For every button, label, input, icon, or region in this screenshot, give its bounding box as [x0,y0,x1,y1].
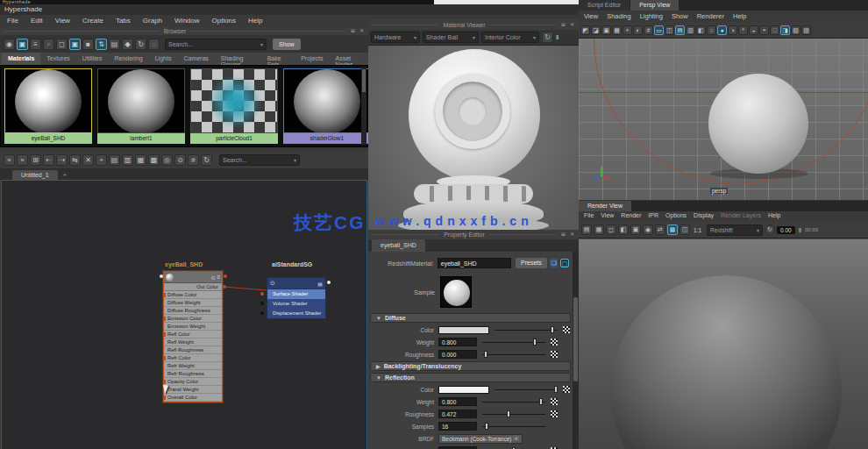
swatch-small-icon[interactable]: ▫ [43,39,54,50]
material-attr-diffuse-color[interactable]: Diffuse Color [164,291,222,299]
hypershade-titlebar[interactable]: Hypershade [0,4,579,15]
attr-port-dot[interactable] [260,311,264,315]
slider-handle[interactable] [485,423,488,430]
rearrange-icon[interactable]: + [96,154,107,166]
chevron-down-icon[interactable]: ▾ [513,436,519,441]
ao-icon[interactable]: ◓ [759,25,769,35]
material-attr-opacity-color[interactable]: Opacity Color [164,378,222,386]
material-attr-refl-color[interactable]: Refl Color [164,331,222,339]
sort-by-type-icon[interactable]: ▤ [109,39,120,50]
attr-port-dot[interactable] [164,364,165,367]
add-graph-tab-button[interactable]: + [63,171,68,180]
map-checker-icon[interactable] [563,386,570,393]
gate-mask-icon[interactable]: ▤ [675,25,685,35]
attr-slider[interactable] [494,385,558,394]
grease-pencil-icon[interactable]: ◐ [633,25,643,35]
safe-action-icon[interactable]: ◧ [696,25,706,35]
open-image-icon[interactable]: ▤ [581,224,592,235]
slider-handle[interactable] [551,326,554,333]
property-editor-scrollbar[interactable] [573,252,579,449]
refresh-icon[interactable]: ↻ [135,39,146,50]
render-menu-view[interactable]: View [601,212,614,221]
node-state-icon[interactable]: ⊙ [270,280,275,287]
browser-tab-cameras[interactable]: Cameras [177,53,214,65]
browser-tab-bake-sets[interactable]: Bake Sets [261,53,295,65]
exposure-value-badge[interactable]: 0.00 [777,226,795,234]
close-panel-icon[interactable]: ✕ [359,28,365,34]
chevron-down-icon[interactable]: ▾ [257,41,263,47]
collapse-arrow-icon[interactable]: ▼ [376,375,381,381]
node-editor-search-input[interactable]: Search... ▾ [219,154,300,166]
resolution-gate-icon[interactable]: ◫ [665,25,674,35]
scrollbar-thumb[interactable] [573,297,578,381]
keep-image-icon[interactable]: ⇄ [655,224,665,235]
chevron-down-icon[interactable]: ▾ [410,34,416,40]
material-attr-refr-weight[interactable]: Refr Weight [164,362,222,370]
render-renderer-dropdown[interactable]: Redshift ▾ [707,224,763,236]
lights-icon[interactable]: * [738,25,748,35]
alpha-channel-icon[interactable]: ◫ [679,224,690,235]
render-menu-render-layers[interactable]: Render Layers [721,212,761,221]
wireframe-icon[interactable]: ○ [707,25,716,35]
browser-panel-header[interactable]: Browser ⊞ ✕ [0,27,368,35]
material-attr-transl-weight[interactable]: Transl Weight [164,386,222,394]
viewer-pause-button[interactable]: ‖ [556,33,559,41]
menu-create[interactable]: Create [82,17,103,25]
material-viewer-panel-header[interactable]: Material Viewer ⊞ ✕ [368,19,579,30]
material-attr-refr-color[interactable]: Refr Color [164,354,222,362]
material-attr-refl-roughness[interactable]: Refl Roughness [164,346,222,354]
xray-icon[interactable]: ▧ [791,25,800,35]
bookmark-icon[interactable]: ⊞ [30,154,41,166]
swatch-shaderGlow1[interactable]: shaderGlow1 [283,68,371,144]
browser-tab-shading-groups[interactable]: Shading Groups [215,53,261,65]
graph-downstream-icon[interactable]: ⇢ [56,154,68,166]
close-panel-icon[interactable]: ✕ [569,232,575,238]
tab-persp-view[interactable]: Persp View [630,0,679,11]
map-checker-icon[interactable] [551,410,558,417]
render-view-image[interactable] [579,239,868,449]
float-panel-icon[interactable]: ⊞ [560,22,566,28]
attr-slider[interactable] [482,410,545,418]
material-attr-refr-roughness[interactable]: Refr Roughness [164,370,222,378]
attr-value-field[interactable]: 16 [438,422,477,431]
attr-slider[interactable] [494,325,558,334]
node-state-icon[interactable]: ⊙ [210,274,215,281]
sg-node-output-dot[interactable] [327,281,331,284]
graph-both-icon[interactable]: ⇆ [69,154,81,166]
material-attr-diffuse-weight[interactable]: Diffuse Weight [164,299,222,307]
list-view-icon[interactable]: ≡ [30,39,41,50]
section-header-reflection[interactable]: ▼Reflection [370,373,571,382]
menu-help[interactable]: Help [248,17,262,25]
attr-dropdown[interactable]: Beckmann (Cook-Torrance)▾ [438,434,523,444]
material-node-out-color-port[interactable]: Out Color [164,283,222,291]
node-menu-icon[interactable]: ≡ [217,274,220,281]
attr-slider[interactable] [482,397,545,406]
shading-group-node[interactable]: ⊙ ▤ Surface ShaderVolume ShaderDisplacem… [267,277,326,319]
swatch-eyeBall_SHD[interactable]: eyeBall_SHD [4,68,92,144]
sample-swatch[interactable] [440,276,472,308]
refresh-swatches-icon[interactable]: ◉ [4,39,15,50]
open-editor-icon[interactable]: ▢ [560,259,569,267]
attr-port-dot[interactable] [164,324,165,328]
attr-port-dot[interactable] [164,301,165,304]
material-node-output-dot[interactable] [224,274,227,278]
render-menu-options[interactable]: Options [665,212,687,221]
rgba-channels-icon[interactable]: ▩ [667,224,678,235]
slider-handle[interactable] [484,351,487,358]
swatch-particleCloud1[interactable]: particleCloud1 [190,68,278,144]
menu-edit[interactable]: Edit [31,17,43,25]
snapshot-icon[interactable]: ◉ [643,224,653,235]
scene-sphere[interactable] [708,74,808,174]
render-icon[interactable]: ◧ [618,224,629,235]
chevron-down-icon[interactable]: ▾ [530,34,536,40]
menu-graph[interactable]: Graph [143,17,162,25]
out-color-port-dot[interactable] [223,285,226,289]
chevron-down-icon[interactable]: ▾ [469,34,475,40]
expand-arrow-icon[interactable]: ▶ [376,363,381,369]
filter-icon[interactable]: ◌ [148,39,160,50]
isolate-select-icon[interactable]: ▨ [801,25,811,35]
viewport-menu-show[interactable]: Show [672,12,688,20]
shaded-icon[interactable]: ● [717,25,727,35]
compact-mode-icon[interactable]: ▩ [148,154,160,166]
multisample-icon[interactable]: ◨ [780,25,790,35]
